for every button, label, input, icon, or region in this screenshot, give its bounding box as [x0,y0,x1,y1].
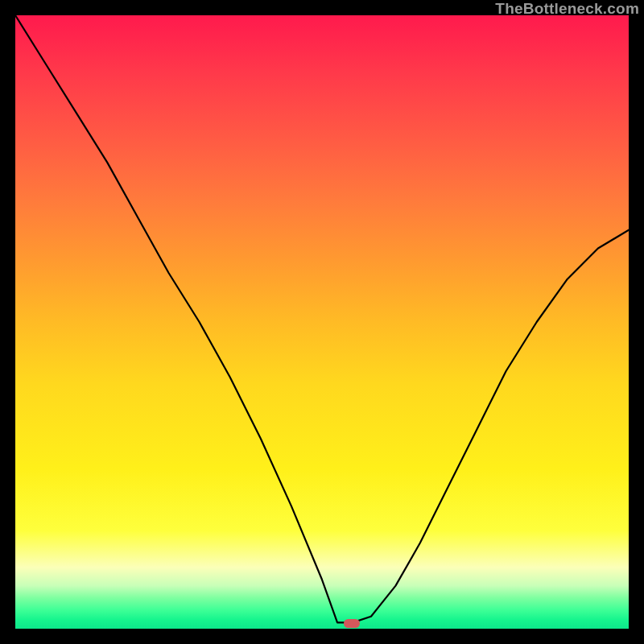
optimal-marker [344,619,360,628]
bottleneck-curve [15,15,629,629]
plot-area [15,15,629,629]
curve-path [15,15,629,622]
chart-frame: TheBottleneck.com [0,0,644,644]
